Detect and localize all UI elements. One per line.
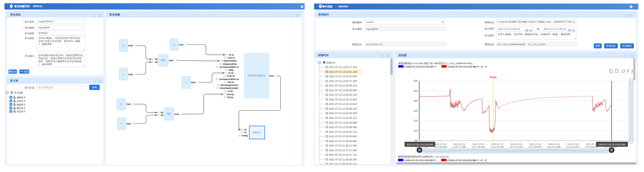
svg-text:报警算子: 报警算子 <box>252 131 262 134</box>
svg-text:2021-07-23 12:10:23.968: 2021-07-23 12:10:23.968 <box>329 121 357 124</box>
svg-text:thd jq: thd jq <box>228 96 233 99</box>
svg-text:C1: C1 <box>244 131 247 133</box>
svg-text:2021-07-23 12:36:52.240: 2021-07-23 12:36:52.240 <box>329 93 357 96</box>
svg-text:2021-07-23 11:46:46.480: 2021-07-23 11:46:46.480 <box>329 140 357 143</box>
svg-text:13:13:03.936: 13:13:03.936 <box>491 146 504 148</box>
svg-text:状态算子: 状态算子 <box>17 110 26 113</box>
svg-text:cond ed: cond ed <box>227 75 235 77</box>
svg-text:ch jq: ch jq <box>228 90 233 92</box>
svg-text:X:2021-07-23 13:14:51.984 Y:: X:2021-07-23 13:14:51.984 Y: -X: -Y: <box>447 159 487 162</box>
svg-text:13:14:15.872: 13:14:15.872 <box>566 146 579 148</box>
svg-text:2021-07-23 08:06:55.024: 2021-07-23 08:06:55.024 <box>329 162 357 165</box>
svg-text:startcondition: startcondition <box>223 60 237 62</box>
svg-text:2021-07-23 13:06:17.328: 2021-07-23 13:06:17.328 <box>329 80 357 83</box>
svg-text:Out1: Out1 <box>169 59 173 61</box>
svg-text:X:2021-07-23 13:11:52.000 Y:: X:2021-07-23 13:11:52.000 Y: <box>404 65 436 68</box>
svg-text:报警源数据(E1 DS AWC系统下缸-有杆腔压力-L_E1: 报警源数据(E1 DS AWC系统下缸-有杆腔压力-L_E1H_DSBRPRSF… <box>398 62 472 65</box>
svg-text:2021-07-23: 2021-07-23 <box>529 143 541 146</box>
svg-text:2021-07-23 12:03:59.456: 2021-07-23 12:03:59.456 <box>329 126 357 129</box>
svg-text:Out1: Out1 <box>174 113 179 115</box>
svg-text:2021-07-23 13:14:51.984: 2021-07-23 13:14:51.984 <box>599 143 625 146</box>
svg-text:2021-07-23: 2021-07-23 <box>435 143 446 146</box>
svg-text:cond st: cond st <box>228 57 235 59</box>
svg-text:C: C <box>185 81 187 84</box>
svg-text:2021-07-23 12:46:08.848: 2021-07-23 12:46:08.848 <box>329 89 357 92</box>
svg-text:警戒线: 警戒线 <box>490 76 497 79</box>
svg-text:200: 200 <box>413 79 418 82</box>
svg-text:D: D <box>120 103 122 105</box>
svg-text:160: 160 <box>413 99 418 102</box>
svg-text:2021-07-23: 2021-07-23 <box>510 143 522 146</box>
svg-text:报警源数据(绞缠信号E1绞缠信号-L_R1_E1LRX): 报警源数据(绞缠信号E1绞缠信号-L_R1_E1LRX) <box>398 155 449 158</box>
svg-text:Out1: Out1 <box>128 45 133 47</box>
svg-text:180: 180 <box>413 89 418 92</box>
svg-text:delay: delay <box>228 69 234 71</box>
svg-text:ch st: ch st <box>229 54 234 56</box>
svg-text:Out1: Out1 <box>126 123 131 125</box>
svg-text:操作算子: 操作算子 <box>17 107 26 110</box>
svg-text:cond jq: cond jq <box>227 93 234 96</box>
svg-text:等于: 等于 <box>161 59 166 62</box>
svg-text:delaycondition: delaycondition <box>223 63 237 65</box>
svg-text:2021-07-23 13:10:47.984: 2021-07-23 13:10:47.984 <box>329 75 357 78</box>
svg-text:2021-07-23 12:15:03.712: 2021-07-23 12:15:03.712 <box>329 116 357 119</box>
svg-text:B1: B1 <box>155 58 158 60</box>
svg-text:2021-07-23 11:37:01.408: 2021-07-23 11:37:01.408 <box>329 149 357 152</box>
svg-text:2021-07-23 12:52:06.128: 2021-07-23 12:52:06.128 <box>329 84 357 87</box>
svg-text:Out1: Out1 <box>128 73 133 75</box>
svg-text:timedelayfromstart: timedelayfromstart <box>220 87 239 89</box>
svg-text:数据算子: 数据算子 <box>17 103 26 106</box>
svg-text:B1: B1 <box>161 111 164 113</box>
svg-text:timedelayfromend: timedelayfromend <box>221 84 238 86</box>
svg-text:b: b <box>121 122 123 125</box>
svg-text:13:13:21.920: 13:13:21.920 <box>510 146 523 148</box>
svg-text:2021-07-23: 2021-07-23 <box>472 143 484 146</box>
svg-text:逻辑算子: 逻辑算子 <box>17 96 26 99</box>
svg-text:Out1: Out1 <box>126 103 131 105</box>
svg-text:prestopcondition st: prestopcondition st <box>220 66 239 68</box>
svg-text:prestopcondition ed: prestopcondition ed <box>220 78 239 81</box>
svg-text:2021-07-23 12:32:21.824: 2021-07-23 12:32:21.824 <box>329 102 357 105</box>
svg-text:2021-07-23: 2021-07-23 <box>548 143 560 146</box>
svg-text:2021-07-23: 2021-07-23 <box>567 143 579 146</box>
svg-text:等于: 等于 <box>167 113 172 115</box>
svg-text:2021-07-23 13:11:52.000: 2021-07-23 13:11:52.000 <box>407 143 433 146</box>
svg-text:Out1: Out1 <box>191 81 196 83</box>
svg-text:时序异常检测算子: 时序异常检测算子 <box>248 74 266 77</box>
svg-text:2021-07-23 12:29:09.184: 2021-07-23 12:29:09.184 <box>329 107 357 110</box>
svg-text:B: B <box>173 43 175 46</box>
svg-text:算子选择: 算子选择 <box>14 91 23 94</box>
svg-text:2021-07-23: 2021-07-23 <box>586 143 598 146</box>
svg-text:2021-07-23 13:13:01.168: 2021-07-23 13:13:01.168 <box>329 70 357 73</box>
svg-text:13:12:27.968: 13:12:27.968 <box>453 146 466 148</box>
svg-text:A: A <box>123 44 125 47</box>
svg-text:2021-07-23 11:50:50.800: 2021-07-23 11:50:50.800 <box>329 135 357 138</box>
svg-text:2021-07-23 14:02:17.344: 2021-07-23 14:02:17.344 <box>329 66 357 69</box>
svg-text:120: 120 <box>413 119 418 122</box>
svg-text:config: config <box>242 135 247 137</box>
svg-text:Out1: Out1 <box>269 75 274 77</box>
svg-text:B2: B2 <box>161 114 164 116</box>
svg-text:13:13:39.904: 13:13:39.904 <box>528 146 541 148</box>
svg-text:ch ed: ch ed <box>228 72 234 74</box>
svg-text:13:13:57.888: 13:13:57.888 <box>547 146 560 148</box>
svg-text:thd ed: thd ed <box>228 81 234 83</box>
svg-text:80: 80 <box>415 139 418 142</box>
svg-text:2021-07-23: 2021-07-23 <box>491 143 503 146</box>
svg-text:13:12:09.984: 13:12:09.984 <box>434 146 447 148</box>
svg-text:2021-07-23 11:45:10.336: 2021-07-23 11:45:10.336 <box>329 144 357 147</box>
svg-text:2021-07-23 12:35:13.984: 2021-07-23 12:35:13.984 <box>329 98 357 101</box>
svg-text:140: 140 <box>413 109 418 112</box>
svg-text:2021-07-23 11:31:57.712: 2021-07-23 11:31:57.712 <box>329 153 357 156</box>
svg-text:Out1: Out1 <box>179 44 184 46</box>
svg-text:2021-07-23 11:26:49.360: 2021-07-23 11:26:49.360 <box>329 158 357 161</box>
svg-text:2021-07-23: 2021-07-23 <box>453 143 465 146</box>
svg-text:X:2021-07-23 13:11:52.000 Y:: X:2021-07-23 13:11:52.000 Y: <box>404 159 436 162</box>
svg-text:2021-07-23 12:24:29.408: 2021-07-23 12:24:29.408 <box>329 112 357 115</box>
svg-text:A1: A1 <box>244 129 247 131</box>
svg-text:100: 100 <box>413 129 418 132</box>
svg-text:13:12:45.952: 13:12:45.952 <box>471 146 485 148</box>
svg-text:2021-07-23 12:00:45.712: 2021-07-23 12:00:45.712 <box>329 130 357 133</box>
svg-text:X:2021-07-23 13:14:51.984 Y:: X:2021-07-23 13:14:51.984 Y: -X: -Y: <box>447 65 487 68</box>
svg-text:报警时间: 报警时间 <box>326 61 335 64</box>
